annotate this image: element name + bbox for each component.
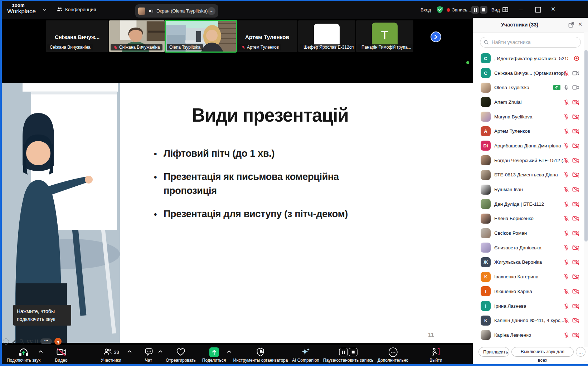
join-audio-button[interactable]: Подключить звук xyxy=(7,347,40,363)
participants-options-chevron[interactable] xyxy=(127,350,132,353)
participant-row[interactable]: Olena Tsyplitska xyxy=(473,80,584,95)
next-slide-button[interactable]: → xyxy=(54,338,62,345)
camera-muted-icon[interactable] xyxy=(572,288,579,294)
camera-muted-icon[interactable] xyxy=(572,332,579,338)
participant-row[interactable]: Елена Борисенко xyxy=(473,211,584,226)
more-options-icon[interactable]: ••• xyxy=(40,338,52,344)
mic-muted-icon[interactable] xyxy=(563,274,569,280)
participant-row[interactable]: ККалінін Данило ІФ-411, 4 курс,... xyxy=(473,313,584,328)
search-input[interactable] xyxy=(491,39,577,45)
audio-options-chevron[interactable] xyxy=(39,350,43,353)
mic-muted-icon[interactable] xyxy=(563,259,569,265)
next-page-videos-button[interactable] xyxy=(431,31,441,42)
mic-muted-icon[interactable] xyxy=(563,186,569,192)
camera-muted-icon[interactable] xyxy=(572,317,579,323)
mic-muted-icon[interactable] xyxy=(563,143,569,149)
mute-all-button[interactable]: Выключить звук для всех xyxy=(511,347,574,357)
participant-row[interactable]: DiАрцибашева Діана Дмитрівна xyxy=(473,138,584,153)
pause-icon[interactable] xyxy=(35,340,38,343)
react-button[interactable]: Отреагировать xyxy=(166,347,196,363)
participant-row[interactable]: БТЕ-0813 Дементьєва Діана xyxy=(473,168,584,182)
camera-on-icon[interactable] xyxy=(572,70,579,76)
video-tile[interactable]: T Панарін Тимофій група... xyxy=(356,20,413,52)
mic-muted-icon[interactable] xyxy=(563,245,569,251)
footer-more-button[interactable]: … xyxy=(576,347,585,357)
invite-button[interactable]: Пригласить xyxy=(478,347,509,357)
camera-muted-icon[interactable] xyxy=(572,128,579,134)
video-tile[interactable]: Шефер Ярослав Е-312сп xyxy=(298,20,355,52)
participant-row[interactable]: КІвахненко Катерина xyxy=(473,269,584,284)
security-shield-icon[interactable] xyxy=(436,6,443,15)
stop-recording-icon[interactable] xyxy=(349,348,357,356)
ai-companion-button[interactable]: AI Companion xyxy=(292,347,319,363)
participant-row[interactable]: ІІлюшенко Каріна xyxy=(473,284,584,299)
participant-row[interactable]: Євсіков Роман xyxy=(473,226,584,240)
participant-row[interactable]: ЖЖигульська Вероніка xyxy=(473,255,584,270)
participant-row[interactable]: Дан Дуліда | БТЕ-1112 xyxy=(473,197,584,211)
mic-muted-icon[interactable] xyxy=(563,303,569,309)
participant-row[interactable]: AАртем Туленков xyxy=(473,124,584,138)
captions-icon[interactable]: CC xyxy=(27,339,33,343)
mic-muted-icon[interactable] xyxy=(563,317,569,323)
camera-muted-icon[interactable] xyxy=(572,157,579,164)
chevron-down-icon[interactable] xyxy=(43,9,47,11)
tab-screen-share[interactable]: Экран (Olena Tsyplitska) … xyxy=(135,4,218,18)
pause-stop-recording-button[interactable]: Пауза/остановить запись xyxy=(323,347,373,363)
minimize-button[interactable]: ─ xyxy=(519,6,523,13)
mic-muted-icon[interactable] xyxy=(563,114,569,120)
mic-muted-icon[interactable] xyxy=(563,99,569,105)
close-button[interactable]: ✕ xyxy=(551,6,555,13)
mic-muted-icon[interactable] xyxy=(563,128,569,134)
search-icon[interactable] xyxy=(19,339,24,344)
leave-button[interactable]: Выйти xyxy=(429,347,442,363)
tab-meeting[interactable]: Конференция xyxy=(65,7,96,12)
stop-recording-button[interactable] xyxy=(480,6,487,14)
camera-muted-icon[interactable] xyxy=(572,172,579,178)
mic-muted-icon[interactable] xyxy=(563,157,569,164)
mic-muted-icon[interactable] xyxy=(563,172,569,178)
mic-muted-icon[interactable] xyxy=(563,201,569,207)
participant-row[interactable]: C, Идентификатор участника: 521835) xyxy=(473,51,584,66)
participant-row[interactable]: Maryna Byelikova xyxy=(473,109,584,124)
chat-options-chevron[interactable] xyxy=(158,350,162,353)
camera-muted-icon[interactable] xyxy=(572,186,579,192)
panel-scrollbar[interactable] xyxy=(584,32,588,362)
more-button[interactable]: Дополнительно xyxy=(378,347,408,363)
camera-muted-icon[interactable] xyxy=(572,201,579,207)
mic-muted-icon[interactable] xyxy=(563,70,569,76)
participants-button[interactable]: 33 Участники xyxy=(101,347,121,363)
camera-muted-icon[interactable] xyxy=(572,274,579,280)
chat-button[interactable]: Чат xyxy=(144,347,154,363)
video-tile[interactable]: Артем Туленков Артем Туленков xyxy=(237,20,297,52)
camera-muted-icon[interactable] xyxy=(572,230,579,236)
back-arrow-icon[interactable]: ← xyxy=(3,338,9,345)
video-tile[interactable]: Сніжана Вичуж... Сніжана Вичужаніна xyxy=(46,20,108,52)
pop-out-icon[interactable] xyxy=(568,22,574,28)
mic-muted-icon[interactable] xyxy=(563,215,569,221)
participant-row[interactable]: CСніжана Вичуж... (Организатор) xyxy=(473,66,584,80)
video-tile-active-speaker[interactable]: Olena Tsyplitska xyxy=(165,20,236,52)
mic-on-icon[interactable] xyxy=(563,84,569,91)
close-panel-icon[interactable]: ✕ xyxy=(578,21,583,28)
share-options-chevron[interactable] xyxy=(227,350,231,353)
share-button[interactable]: Поделиться xyxy=(202,347,226,363)
camera-muted-icon[interactable] xyxy=(572,303,579,309)
tab-more-button[interactable]: … xyxy=(208,7,215,15)
camera-muted-icon[interactable] xyxy=(572,215,579,221)
sign-in-button[interactable]: Вход xyxy=(421,7,431,13)
participant-row[interactable]: Єлизавета Данівська xyxy=(473,240,584,255)
participant-row[interactable]: Каріна Левченко xyxy=(473,328,584,342)
camera-muted-icon[interactable] xyxy=(572,143,579,149)
view-button[interactable]: Вид xyxy=(491,7,500,13)
participant-row[interactable]: Богдан Чечерський БТЕ-1512 (... xyxy=(473,153,584,168)
participant-row[interactable]: Бушман Іван xyxy=(473,182,584,197)
participant-row[interactable]: ІІрина Лазнева xyxy=(473,299,584,313)
participant-row[interactable]: Artem Zhulai xyxy=(473,95,584,109)
camera-muted-icon[interactable] xyxy=(572,245,579,251)
mic-muted-icon[interactable] xyxy=(563,288,569,294)
video-button[interactable]: Видео xyxy=(55,347,67,363)
camera-muted-icon[interactable] xyxy=(572,114,579,120)
mic-muted-icon[interactable] xyxy=(563,230,569,236)
mic-muted-icon[interactable] xyxy=(563,332,569,338)
video-tile[interactable]: Сніжана Вичужаніна xyxy=(109,20,165,52)
